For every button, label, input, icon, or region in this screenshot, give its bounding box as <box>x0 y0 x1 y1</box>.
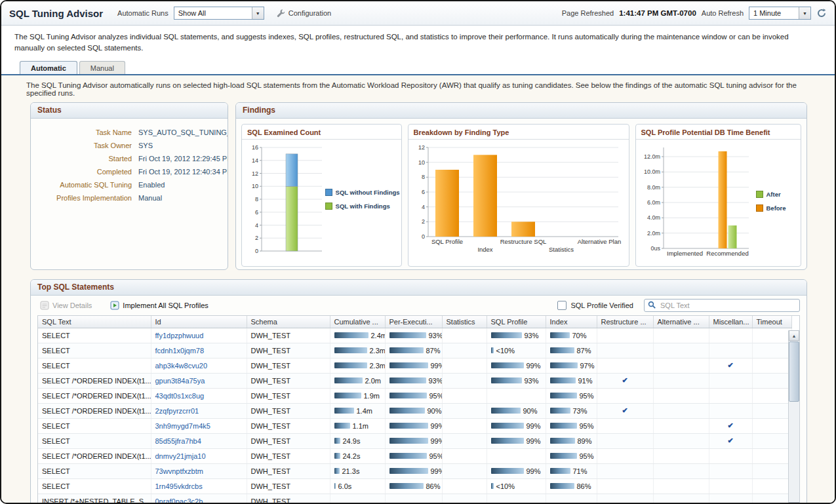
chart-plot: 0us2.0m4.0m6.0m8.0m10.0m12.0mImplemented… <box>637 141 753 262</box>
sql-text-cell: SELECT <box>38 418 151 433</box>
sql-id-link[interactable]: gpun3t84a75ya <box>155 377 205 385</box>
index-value: 95% <box>580 452 594 460</box>
sql-id-link[interactable]: ahp3k4w8cvu20 <box>155 362 208 370</box>
column-header-1[interactable]: Id <box>151 316 247 328</box>
status-field: Profiles ImplementationManual <box>33 193 222 203</box>
restructure-cell <box>597 388 653 403</box>
sql-id-link[interactable]: 3nh9mygd7m4k5 <box>155 422 210 430</box>
timeout-cell <box>752 358 791 373</box>
sql-id-link[interactable]: 73wvnptfxzbtm <box>155 467 203 475</box>
page-refreshed-time: 1:41:47 PM GMT-0700 <box>619 9 696 17</box>
column-header-8[interactable]: Restructure ... <box>597 316 653 328</box>
sql_profile-cell: <10% <box>487 343 546 358</box>
miscellaneous-cell <box>709 328 752 343</box>
sql_profile-value: 99% <box>527 362 541 370</box>
sql-table-row[interactable]: SELECT /*ORDERED INDEX(t1...43qdt0s1xc8u… <box>38 388 791 403</box>
sql-text-cell: SELECT <box>38 343 151 358</box>
sql-table-row[interactable]: SELECT /*ORDERED INDEX(t1...2zqfpyrzcrr0… <box>38 403 791 418</box>
runs-filter-select[interactable]: Show All ▼ <box>174 7 264 20</box>
sql_profile-cell: 99% <box>487 433 546 448</box>
sql-id-cell: 2zqfpyrzcrr01 <box>151 403 247 418</box>
sql-table-row[interactable]: SELECT3nh9mygd7m4k5DWH_TEST1.1m99%99%95%… <box>38 418 791 433</box>
column-header-7[interactable]: Index <box>546 316 597 328</box>
check-icon: ✔ <box>727 421 733 429</box>
index-cell: 97% <box>546 358 597 373</box>
sql_profile-bar <box>491 483 494 489</box>
sql-id-link[interactable]: 1rn495vkdrcbs <box>155 482 203 490</box>
sql-table-row[interactable]: SELECT1rn495vkdrcbsDWH_TEST6.0s86%<10%86… <box>38 478 791 494</box>
index-value: 73% <box>573 407 587 415</box>
sql-id-link[interactable]: 43qdt0s1xc8ug <box>155 392 205 400</box>
tab-automatic[interactable]: Automatic <box>20 61 77 74</box>
sql-table-row[interactable]: SELECT /*ORDERED INDEX(t1...gpun3t84a75y… <box>38 373 791 388</box>
sql-id-link[interactable]: dnmvy21jmja10 <box>155 452 206 460</box>
sql-id-link[interactable]: 85d55jfra7hb4 <box>155 437 201 445</box>
timeout-cell <box>752 433 791 448</box>
svg-text:16: 16 <box>252 144 258 151</box>
chart-canvas-0: 0246810121416SQL without FindingsSQL wit… <box>242 140 401 259</box>
sql-table-row[interactable]: SELECT85d55jfra7hb4DWH_TEST24.9s99%99%89… <box>38 433 791 448</box>
schema-cell: DWH_TEST <box>247 418 330 433</box>
sql-table-row[interactable]: SELECTahp3k4w8cvu20DWH_TEST2.3m99%99%97%… <box>38 358 791 373</box>
sql-profile-verified-checkbox[interactable] <box>557 301 567 310</box>
cumulative-value: 1.1m <box>353 422 368 430</box>
implement-all-icon <box>110 301 119 310</box>
alternative-cell <box>653 373 709 388</box>
cumulative-bar <box>334 483 336 489</box>
index-value: 89% <box>578 437 592 445</box>
column-header-3[interactable]: Cumulative ... <box>330 316 385 328</box>
per_execution-value: 95% <box>429 452 443 460</box>
column-header-0[interactable]: SQL Text <box>38 316 151 328</box>
index-bar <box>550 423 577 429</box>
sql-table-row[interactable]: INSERT /*+NESTED_TABLE_S...0nraf0pac3c2b… <box>38 494 791 504</box>
implement-all-sql-profiles-button[interactable]: Implement All SQL Profiles <box>108 300 210 311</box>
column-header-11[interactable]: Timeout <box>752 316 791 328</box>
sql-id-link[interactable]: 0nraf0pac3c2b <box>155 497 203 504</box>
index-bar <box>550 438 575 444</box>
miscellaneous-cell <box>709 403 752 418</box>
sql-table-row[interactable]: SELECTffy1dpzphwuudDWH_TEST2.4m93%93%70% <box>38 328 791 343</box>
legend-item: SQL without Findings <box>325 189 400 196</box>
timeout-cell <box>752 418 791 433</box>
top-sql-toolbar: View Details Implement All SQL Profiles … <box>31 296 806 315</box>
sql-id-link[interactable]: 2zqfpyrzcrr01 <box>155 407 199 415</box>
legend-item: After <box>756 191 786 198</box>
configuration-link[interactable]: Configuration <box>276 9 331 18</box>
column-header-4[interactable]: Per-Executi... <box>385 316 442 328</box>
cumulative-cell: 2.3m <box>330 358 385 373</box>
column-header-5[interactable]: Statistics <box>442 316 487 328</box>
column-header-10[interactable]: Miscellan... <box>709 316 752 328</box>
sql-table-row[interactable]: SELECT73wvnptfxzbtmDWH_TEST21.3s99%99%71… <box>38 463 791 478</box>
scrollbar-thumb[interactable] <box>789 341 799 402</box>
sql-id-link[interactable]: fcdnh1x0jqm78 <box>155 347 205 355</box>
tab-manual[interactable]: Manual <box>79 61 125 74</box>
sql-id-link[interactable]: ffy1dpzphwuud <box>155 332 204 339</box>
table-scrollbar[interactable]: ▲ ▼ <box>788 330 799 504</box>
cumulative-bar <box>334 453 340 459</box>
per_execution-bar <box>389 438 428 444</box>
per_execution-value: 99% <box>431 422 443 430</box>
svg-text:0: 0 <box>422 233 425 240</box>
timeout-cell <box>752 403 791 418</box>
search-icon[interactable] <box>648 301 656 309</box>
cumulative-bar <box>334 438 340 444</box>
sql-table-row[interactable]: SELECT /*ORDERED INDEX(t1...dnmvy21jmja1… <box>38 448 791 463</box>
status-field-value: Enabled <box>138 180 165 189</box>
auto-refresh-select[interactable]: 1 Minute ▼ <box>749 7 811 20</box>
status-field-value: SYS_AUTO_SQL_TUNING_TASK <box>138 128 228 137</box>
refresh-icon[interactable] <box>816 8 827 18</box>
scroll-down-button[interactable]: ▼ <box>789 502 799 504</box>
sql-table-header-row: SQL TextIdSchemaCumulative ...Per-Execut… <box>38 316 791 328</box>
cumulative-bar <box>334 393 361 398</box>
sql-text-cell: SELECT <box>38 328 151 343</box>
column-header-6[interactable]: SQL Profile <box>487 316 546 328</box>
column-header-9[interactable]: Alternative ... <box>653 316 709 328</box>
scroll-up-button[interactable]: ▲ <box>789 330 799 341</box>
statistics-cell <box>442 373 487 388</box>
search-input[interactable] <box>659 301 796 310</box>
column-header-2[interactable]: Schema <box>247 316 330 328</box>
sql-table-row[interactable]: SELECTfcdnh1x0jqm78DWH_TEST2.3m87%<10%87… <box>38 343 791 358</box>
panels-row: Status Task NameSYS_AUTO_SQL_TUNING_TASK… <box>30 102 807 270</box>
sql-id-cell: 1rn495vkdrcbs <box>151 478 247 494</box>
sql-id-cell: ffy1dpzphwuud <box>151 328 247 343</box>
